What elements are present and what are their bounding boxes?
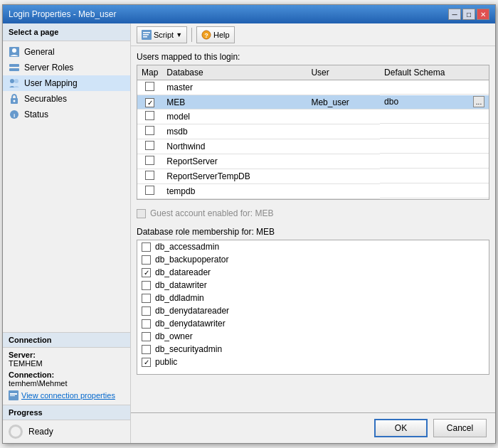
map-checkbox[interactable] xyxy=(145,141,154,150)
user-cell: Meb_user xyxy=(307,95,380,110)
server-label: Server: xyxy=(9,351,124,359)
svg-point-7 xyxy=(14,100,16,102)
sidebar: Select a page General Server Roles xyxy=(3,23,131,443)
map-checkbox[interactable] xyxy=(145,126,154,135)
progress-status: Ready xyxy=(28,427,53,437)
svg-point-4 xyxy=(10,79,14,83)
schema-cell xyxy=(380,154,489,169)
role-checkbox[interactable]: ✓ xyxy=(142,268,151,277)
map-checkbox[interactable] xyxy=(145,186,154,195)
help-button[interactable]: ? Help xyxy=(196,26,235,43)
user-mapping-label: Users mapped to this login: xyxy=(137,52,489,62)
sidebar-item-server-roles[interactable]: Server Roles xyxy=(3,60,130,75)
panel-body: Users mapped to this login: Map Database… xyxy=(131,46,495,412)
sidebar-item-user-mapping[interactable]: User Mapping xyxy=(3,75,130,91)
schema-cell xyxy=(380,169,489,183)
user-cell xyxy=(307,139,380,154)
role-name: db_datareader xyxy=(155,267,211,277)
map-checkbox[interactable] xyxy=(145,111,154,120)
table-row[interactable]: model xyxy=(137,110,489,124)
connection-section: Connection Server: TEMHEM Connection: te… xyxy=(3,332,130,405)
table-row[interactable]: ✓MEBMeb_userdbo... xyxy=(137,95,489,110)
toolbar-divider xyxy=(191,28,192,42)
svg-rect-11 xyxy=(10,393,17,395)
map-checkbox[interactable] xyxy=(145,82,154,91)
role-item[interactable]: db_backupoperator xyxy=(137,253,489,266)
role-item[interactable]: db_owner xyxy=(137,330,489,343)
role-checkbox[interactable] xyxy=(142,332,151,341)
user-cell xyxy=(307,80,380,95)
status-icon: i xyxy=(9,109,20,120)
ok-button[interactable]: OK xyxy=(374,419,428,437)
database-cell: model xyxy=(162,110,307,124)
status-label: Status xyxy=(24,110,48,119)
role-checkbox[interactable] xyxy=(142,294,151,303)
minimize-button[interactable]: ─ xyxy=(448,9,461,20)
role-item[interactable]: db_accessadmin xyxy=(137,240,489,253)
progress-content: Ready xyxy=(3,420,130,443)
map-cell xyxy=(137,169,162,184)
role-checkbox[interactable] xyxy=(142,306,151,316)
guest-account-checkbox xyxy=(137,209,146,218)
script-icon xyxy=(142,30,152,40)
script-dropdown-icon: ▼ xyxy=(176,31,182,38)
server-roles-label: Server Roles xyxy=(24,63,73,73)
close-button[interactable]: ✕ xyxy=(477,9,489,20)
role-checkbox[interactable] xyxy=(142,281,151,290)
role-checkbox[interactable] xyxy=(142,242,151,252)
role-item[interactable]: ✓public xyxy=(137,356,489,368)
database-cell: ReportServerTempDB xyxy=(162,169,307,184)
svg-point-1 xyxy=(12,48,16,53)
sidebar-items: General Server Roles U xyxy=(3,41,130,332)
sidebar-item-securables[interactable]: Securables xyxy=(3,91,130,107)
maximize-button[interactable]: □ xyxy=(462,9,475,20)
user-mapping-label: User Mapping xyxy=(24,78,78,88)
role-item[interactable]: ✓db_datareader xyxy=(137,266,489,279)
role-item[interactable]: db_ddladmin xyxy=(137,292,489,304)
svg-rect-2 xyxy=(9,64,19,67)
col-map: Map xyxy=(137,65,162,80)
svg-rect-15 xyxy=(143,34,149,36)
role-list-wrapper: db_accessadmindb_backupoperator✓db_datar… xyxy=(137,240,489,375)
col-database: Database xyxy=(162,65,307,80)
view-connection-properties-link[interactable]: View connection properties xyxy=(9,390,124,400)
map-cell xyxy=(137,110,162,124)
title-bar: Login Properties - Meb_user ─ □ ✕ xyxy=(3,5,495,23)
table-row[interactable]: ReportServer xyxy=(137,154,489,169)
script-button[interactable]: Script ▼ xyxy=(137,26,187,43)
securables-label: Securables xyxy=(24,94,67,104)
right-panel: Script ▼ ? Help Users mapped to this log… xyxy=(131,23,495,443)
role-item[interactable]: db_securityadmin xyxy=(137,343,489,356)
script-label: Script xyxy=(154,31,174,39)
role-checkbox[interactable] xyxy=(142,319,151,329)
table-row[interactable]: master xyxy=(137,80,489,95)
role-item[interactable]: db_denydatawriter xyxy=(137,317,489,330)
sidebar-item-status[interactable]: i Status xyxy=(3,107,130,122)
table-row[interactable]: tempdb xyxy=(137,184,489,199)
sidebar-item-general[interactable]: General xyxy=(3,44,130,60)
table-row[interactable]: Northwind xyxy=(137,139,489,154)
map-checkbox[interactable] xyxy=(145,156,154,165)
table-row[interactable]: ReportServerTempDB xyxy=(137,169,489,184)
map-checkbox[interactable] xyxy=(145,171,154,180)
svg-rect-16 xyxy=(143,36,147,38)
cancel-button[interactable]: Cancel xyxy=(433,419,487,437)
connection-link-text: View connection properties xyxy=(21,391,115,400)
database-cell: master xyxy=(162,80,307,95)
svg-rect-3 xyxy=(9,68,19,71)
role-checkbox[interactable] xyxy=(142,255,151,265)
db-role-label: Database role membership for: MEB xyxy=(137,227,489,237)
map-checkbox[interactable]: ✓ xyxy=(145,98,154,107)
role-checkbox[interactable] xyxy=(142,345,151,354)
guest-account-label: Guest account enabled for: MEB xyxy=(150,208,273,218)
main-content: Select a page General Server Roles xyxy=(3,23,495,443)
main-window: Login Properties - Meb_user ─ □ ✕ Select… xyxy=(2,4,496,444)
table-row[interactable]: msdb xyxy=(137,124,489,139)
user-cell xyxy=(307,110,380,124)
securables-icon xyxy=(9,93,20,105)
role-item[interactable]: db_denydatareader xyxy=(137,304,489,317)
schema-ellipsis-button[interactable]: ... xyxy=(473,96,484,107)
role-checkbox[interactable]: ✓ xyxy=(142,358,151,367)
role-item[interactable]: db_datawriter xyxy=(137,279,489,292)
progress-section: Progress Ready xyxy=(3,405,130,443)
